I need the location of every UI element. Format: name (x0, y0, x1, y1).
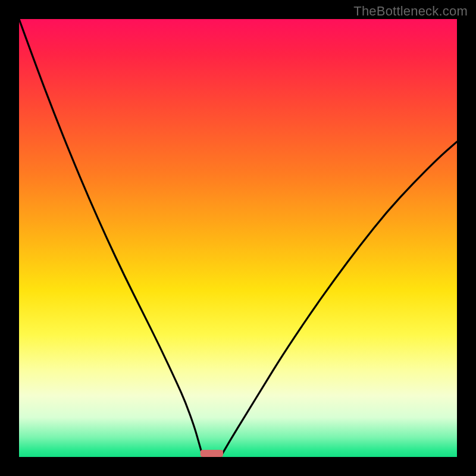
gradient-background (19, 19, 457, 457)
bottleneck-chart (19, 19, 457, 457)
optimum-marker (201, 450, 223, 457)
plot-area (19, 19, 457, 457)
watermark-text: TheBottleneck.com (353, 4, 468, 19)
chart-frame: TheBottleneck.com (0, 0, 476, 476)
